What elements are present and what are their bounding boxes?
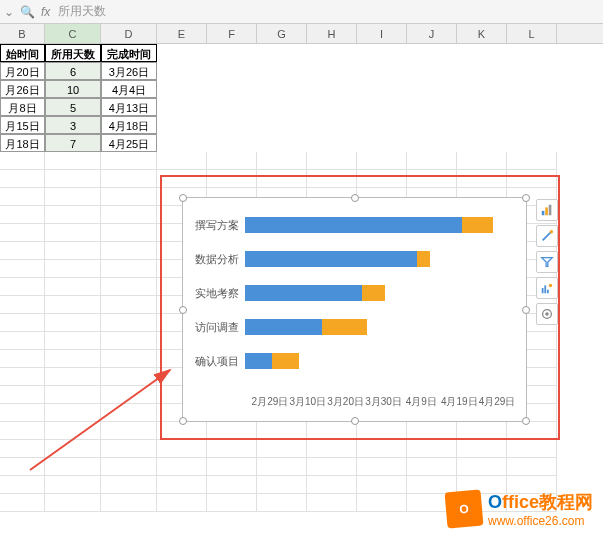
cell[interactable]: 4月4日 [101,80,157,98]
col-header-g[interactable]: G [257,24,307,43]
formula-bar: ⌄ 🔍 fx [0,0,603,24]
x-tick: 2月29日 [251,395,289,409]
cell[interactable]: 月15日 [0,116,45,134]
chart-style-button[interactable] [536,225,558,247]
empty-row [0,440,603,458]
x-tick: 4月19日 [440,395,478,409]
table-row: 月8日 5 4月13日 [0,98,603,116]
svg-rect-5 [544,285,546,293]
chart-settings-button[interactable] [536,303,558,325]
svg-point-9 [545,312,549,316]
watermark-url: www.office26.com [488,514,593,528]
watermark-title: Office教程网 [488,490,593,514]
bar-row: 数据分析 [193,242,516,276]
chart-elements-button[interactable] [536,199,558,221]
fx-icon[interactable]: fx [41,5,50,19]
empty-row [0,152,603,170]
col-header-e[interactable]: E [157,24,207,43]
bar-segment-1[interactable] [245,319,322,335]
cell[interactable]: 6 [45,62,101,80]
category-label: 数据分析 [193,252,245,267]
col-header-h[interactable]: H [307,24,357,43]
svg-rect-1 [545,207,548,215]
bar-segment-2[interactable] [462,217,493,233]
header-end[interactable]: 完成时间 [101,44,157,62]
bar-row: 确认项目 [193,344,516,378]
bar-row: 撰写方案 [193,208,516,242]
col-header-j[interactable]: J [407,24,457,43]
plot-area[interactable]: 撰写方案 数据分析 实地考察 [193,208,516,391]
bar-track [245,353,516,369]
table-row: 月18日 7 4月25日 [0,134,603,152]
bar-segment-1[interactable] [245,285,362,301]
resize-handle[interactable] [522,417,530,425]
resize-handle[interactable] [179,417,187,425]
column-headers: B C D E F G H I J K L [0,24,603,44]
resize-handle[interactable] [351,194,359,202]
search-icon[interactable]: 🔍 [20,5,35,19]
formula-input[interactable] [56,3,599,21]
svg-rect-2 [549,205,552,216]
chart-type-button[interactable] [536,277,558,299]
svg-point-3 [550,230,554,234]
bar-segment-2[interactable] [322,319,367,335]
table-row: 月20日 6 3月26日 [0,62,603,80]
chart-annotation-box: 撰写方案 数据分析 实地考察 [160,175,560,440]
bar-track [245,217,516,233]
cell[interactable]: 7 [45,134,101,152]
col-header-i[interactable]: I [357,24,407,43]
bar-segment-2[interactable] [272,353,299,369]
resize-handle[interactable] [351,417,359,425]
header-start[interactable]: 始时间 [0,44,45,62]
bar-segment-1[interactable] [245,353,272,369]
svg-rect-6 [547,290,549,294]
bar-segment-2[interactable] [362,285,384,301]
bar-track [245,285,516,301]
cell[interactable]: 月18日 [0,134,45,152]
bar-segment-2[interactable] [417,251,431,267]
category-label: 确认项目 [193,354,245,369]
x-tick: 4月29日 [478,395,516,409]
category-label: 撰写方案 [193,218,245,233]
col-header-c[interactable]: C [45,24,101,43]
watermark: O Office教程网 www.office26.com [446,490,593,528]
cell[interactable]: 4月13日 [101,98,157,116]
watermark-text: Office教程网 www.office26.com [488,490,593,528]
watermark-logo-icon: O [444,489,483,528]
category-label: 实地考察 [193,286,245,301]
svg-rect-0 [542,211,545,215]
cell[interactable]: 10 [45,80,101,98]
cell[interactable]: 4月25日 [101,134,157,152]
chart-filter-button[interactable] [536,251,558,273]
cell[interactable]: 3月26日 [101,62,157,80]
bar-segment-1[interactable] [245,217,462,233]
dropdown-icon[interactable]: ⌄ [4,5,14,19]
col-header-d[interactable]: D [101,24,157,43]
empty-row [0,458,603,476]
col-header-f[interactable]: F [207,24,257,43]
chart-object[interactable]: 撰写方案 数据分析 实地考察 [182,197,527,422]
bar-row: 实地考察 [193,276,516,310]
bar-row: 访问调查 [193,310,516,344]
cell[interactable]: 月8日 [0,98,45,116]
header-days[interactable]: 所用天数 [45,44,101,62]
table-row: 月26日 10 4月4日 [0,80,603,98]
category-label: 访问调查 [193,320,245,335]
cell[interactable]: 3 [45,116,101,134]
cell[interactable]: 5 [45,98,101,116]
resize-handle[interactable] [179,194,187,202]
bar-segment-1[interactable] [245,251,417,267]
cell[interactable]: 月20日 [0,62,45,80]
resize-handle[interactable] [179,306,187,314]
cell[interactable]: 4月18日 [101,116,157,134]
resize-handle[interactable] [522,194,530,202]
chart-tools [536,199,562,325]
bar-track [245,319,516,335]
col-header-b[interactable]: B [0,24,45,43]
x-tick: 3月10日 [289,395,327,409]
col-header-l[interactable]: L [507,24,557,43]
resize-handle[interactable] [522,306,530,314]
col-header-k[interactable]: K [457,24,507,43]
bar-track [245,251,516,267]
cell[interactable]: 月26日 [0,80,45,98]
